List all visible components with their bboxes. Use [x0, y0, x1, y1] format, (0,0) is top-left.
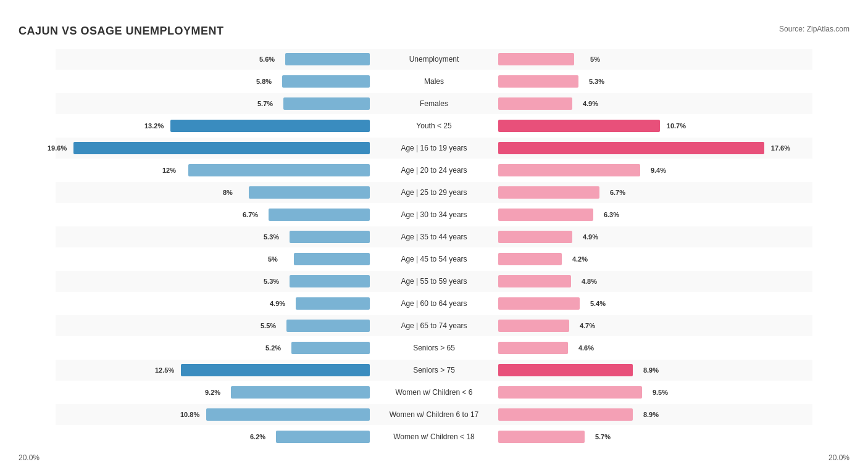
chart-row: 5% Age | 45 to 54 years 4.2%	[56, 249, 812, 270]
chart-row: 5.5% Age | 65 to 74 years 4.7%	[56, 315, 812, 336]
chart-row: 5.6% Unemployment 5%	[56, 49, 812, 70]
bar-left-container: 4.9%	[56, 293, 372, 314]
bar-area: 6.7% Age | 30 to 34 years 6.3%	[56, 204, 812, 225]
osage-value: 5%	[590, 56, 600, 63]
osage-value: 5.4%	[590, 300, 606, 307]
row-label: Age | 35 to 44 years	[372, 233, 496, 241]
bar-left-container: 19.6%	[56, 138, 372, 159]
row-label: Age | 20 to 24 years	[372, 166, 496, 175]
bar-right-container: 9.4%	[496, 160, 812, 181]
chart-row: 4.9% Age | 60 to 64 years 5.4%	[56, 293, 812, 314]
bar-area: 12.5% Seniors > 75 8.9%	[56, 360, 812, 381]
bar-left-container: 5%	[56, 249, 372, 270]
bar-osage: 5.4%	[498, 297, 580, 310]
bar-osage: 5%	[498, 53, 574, 65]
row-label: Females	[372, 99, 496, 108]
bar-cajun: 6.2%	[276, 431, 370, 443]
bar-left-container: 5.8%	[56, 71, 372, 92]
bar-left-container: 5.5%	[56, 315, 372, 336]
osage-value: 10.7%	[667, 122, 686, 130]
row-label: Age | 65 to 74 years	[372, 321, 496, 330]
bar-left-container: 9.2%	[56, 382, 372, 403]
cajun-value: 5.6%	[259, 56, 275, 63]
cajun-value: 10.8%	[180, 411, 199, 418]
bar-osage: 9.4%	[498, 164, 640, 176]
cajun-value: 9.2%	[205, 389, 220, 396]
osage-value: 8.9%	[643, 366, 659, 374]
chart-row: 6.7% Age | 30 to 34 years 6.3%	[56, 204, 812, 225]
bar-right-container: 5.3%	[496, 71, 812, 92]
chart-row: 8% Age | 25 to 29 years 6.7%	[56, 182, 812, 203]
bar-cajun: 5.3%	[290, 275, 370, 287]
bar-left-container: 6.2%	[56, 426, 372, 447]
bar-osage: 8.9%	[498, 408, 633, 421]
chart-row: 13.2% Youth < 25 10.7%	[56, 115, 812, 136]
bar-right-container: 5.4%	[496, 293, 812, 314]
bar-left-container: 13.2%	[56, 115, 372, 136]
bar-osage: 4.9%	[498, 97, 572, 110]
osage-value: 6.3%	[604, 211, 619, 218]
bar-left-container: 5.6%	[56, 49, 372, 70]
bar-area: 19.6% Age | 16 to 19 years 17.6%	[56, 138, 812, 159]
chart-title: CAJUN VS OSAGE UNEMPLOYMENT	[19, 25, 224, 38]
bar-osage: 6.3%	[498, 209, 593, 221]
chart-row: 5.2% Seniors > 65 4.6%	[56, 337, 812, 358]
bar-left-container: 8%	[56, 182, 372, 203]
cajun-value: 12.5%	[155, 366, 174, 374]
bar-right-container: 6.7%	[496, 182, 812, 203]
chart-row: 5.8% Males 5.3%	[56, 71, 812, 92]
bar-area: 12% Age | 20 to 24 years 9.4%	[56, 160, 812, 181]
bar-right-container: 5%	[496, 49, 812, 70]
bar-cajun: 5.7%	[283, 97, 370, 110]
bar-osage: 4.2%	[498, 253, 562, 265]
bar-left-container: 10.8%	[56, 404, 372, 425]
row-label: Age | 55 to 59 years	[372, 277, 496, 286]
bar-osage: 4.9%	[498, 231, 572, 243]
row-label: Age | 25 to 29 years	[372, 188, 496, 197]
bar-right-container: 4.6%	[496, 337, 812, 358]
bar-area: 5.3% Age | 35 to 44 years 4.9%	[56, 226, 812, 247]
osage-value: 4.9%	[583, 233, 598, 241]
row-label: Women w/ Children < 18	[372, 432, 496, 441]
row-label: Women w/ Children 6 to 17	[372, 410, 496, 419]
bar-left-container: 12%	[56, 160, 372, 181]
bar-area: 5.8% Males 5.3%	[56, 71, 812, 92]
osage-value: 6.7%	[610, 189, 625, 196]
axis-max-label: 20.0%	[828, 453, 849, 462]
chart-source: Source: ZipAtlas.com	[779, 25, 849, 33]
bar-osage: 9.5%	[498, 386, 642, 399]
bar-osage: 8.9%	[498, 364, 633, 376]
bar-right-container: 6.3%	[496, 204, 812, 225]
row-label: Age | 45 to 54 years	[372, 255, 496, 263]
bar-right-container: 9.5%	[496, 382, 812, 403]
bar-cajun: 5.8%	[282, 75, 370, 88]
bar-left-container: 5.3%	[56, 226, 372, 247]
chart-row: 19.6% Age | 16 to 19 years 17.6%	[56, 138, 812, 159]
chart-row: 9.2% Women w/ Children < 6 9.5%	[56, 382, 812, 403]
bar-area: 5.7% Females 4.9%	[56, 93, 812, 114]
osage-value: 9.5%	[653, 389, 668, 396]
bar-area: 5% Age | 45 to 54 years 4.2%	[56, 249, 812, 270]
cajun-value: 8%	[223, 189, 233, 196]
bar-cajun: 5%	[294, 253, 370, 265]
bar-cajun: 12%	[188, 164, 370, 176]
cajun-value: 5.2%	[265, 344, 281, 352]
bar-cajun: 10.8%	[206, 408, 370, 421]
bar-area: 5.5% Age | 65 to 74 years 4.7%	[56, 315, 812, 336]
bar-cajun: 6.7%	[269, 209, 370, 221]
row-label: Males	[372, 77, 496, 86]
bar-area: 8% Age | 25 to 29 years 6.7%	[56, 182, 812, 203]
chart-row: 10.8% Women w/ Children 6 to 17 8.9%	[56, 404, 812, 425]
bar-left-container: 12.5%	[56, 360, 372, 381]
bar-cajun: 5.2%	[291, 342, 370, 354]
osage-value: 4.2%	[572, 255, 588, 263]
cajun-value: 6.2%	[250, 433, 265, 440]
bar-left-container: 5.3%	[56, 271, 372, 292]
bar-right-container: 4.9%	[496, 226, 812, 247]
bar-cajun: 5.5%	[286, 320, 370, 332]
row-label: Seniors > 75	[372, 366, 496, 374]
cajun-value: 5.3%	[264, 233, 279, 241]
bar-right-container: 4.7%	[496, 315, 812, 336]
row-label: Age | 60 to 64 years	[372, 299, 496, 308]
bar-left-container: 5.2%	[56, 337, 372, 358]
